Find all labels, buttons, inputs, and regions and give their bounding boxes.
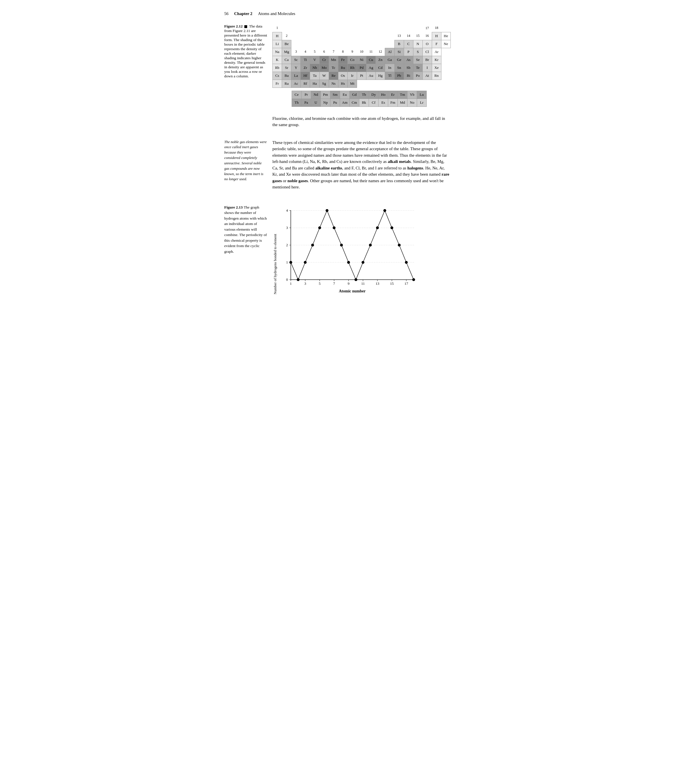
dot-N <box>333 226 335 229</box>
period-row2: Li Be B C <box>273 40 451 48</box>
element-Sc: Sc <box>291 56 301 64</box>
element-Ta: Ta <box>310 72 320 79</box>
text-paragraph1-section: Fluorine, chlorine, and bromine each com… <box>272 115 451 128</box>
grp12: 12 <box>376 48 385 56</box>
dot-Na <box>362 261 365 264</box>
figure212-label: Figure 2.12 <box>224 24 249 28</box>
element-Pt: Pt <box>357 72 366 79</box>
element-Cl: Cl <box>422 48 432 56</box>
element-Pa: Pa <box>301 99 311 107</box>
element-Fm: Fm <box>388 99 398 107</box>
element-Fe: Fe <box>338 56 348 64</box>
element-Np: Np <box>321 99 331 107</box>
element-Md: Md <box>398 99 407 107</box>
element-Mo: Mo <box>320 64 329 72</box>
ylabel-1: 1 <box>286 260 288 264</box>
element-Ru: Ru <box>338 64 348 72</box>
element-Re: Re <box>329 72 338 79</box>
period-row4: K Ca Sc Ti V Cr Mn Fe Co Ni Cu Zn Ga Ge <box>273 56 451 64</box>
grp4: 4 <box>301 48 310 56</box>
element-B: B <box>394 40 404 48</box>
element-Ho: Ho <box>379 91 388 99</box>
lanthanide-row: Ce Pr Nd Pm Sm Eu Gd Tb Dy Ho Er Tm <box>292 91 427 99</box>
element-Te: Te <box>413 64 422 72</box>
dot-Mg <box>369 244 372 246</box>
element-Be: Be <box>282 40 291 48</box>
element-Hs: Hs <box>338 79 348 87</box>
xlabel-1: 1 <box>290 282 292 286</box>
xlabel-5: 5 <box>319 282 321 286</box>
element-Zn: Zn <box>376 56 385 64</box>
element-H1: H <box>273 32 282 40</box>
element-Rn: Rn <box>432 72 441 79</box>
side-note: The noble gas elements were once called … <box>224 139 272 193</box>
dot-Ne <box>354 278 357 281</box>
element-Ar: Ar <box>432 48 441 56</box>
element-Eu: Eu <box>340 91 350 99</box>
element-Sb: Sb <box>404 64 413 72</box>
element-Ni: Ni <box>357 56 366 64</box>
dot-He <box>297 278 299 281</box>
element-Br: Br <box>422 56 432 64</box>
paragraph1: Fluorine, chlorine, and bromine each com… <box>272 115 451 128</box>
element-S: S <box>413 48 422 56</box>
element-Rb: Rb <box>273 64 282 72</box>
element-At: At <box>422 72 432 79</box>
element-Tm: Tm <box>398 91 407 99</box>
figure212-section: Figure 2.12 The data from Figure 2.11 ar… <box>224 24 451 131</box>
element-Li: Li <box>273 40 282 48</box>
element-Sr: Sr <box>282 64 291 72</box>
lanthanide-actinide-wrapper: Ce Pr Nd Pm Sm Eu Gd Tb Dy Ho Er Tm <box>272 91 451 107</box>
element-Dy: Dy <box>369 91 379 99</box>
page-header: 56 Chapter 2 Atoms and Molecules <box>224 11 451 16</box>
dot-P <box>391 226 393 229</box>
xlabel-7: 7 <box>333 282 335 286</box>
element-In: In <box>385 64 394 72</box>
periodic-table: 1 <box>272 24 451 88</box>
figure213-graph: 0 1 2 3 4 1 3 <box>272 205 451 296</box>
element-F: F <box>432 40 441 48</box>
xlabel-9: 9 <box>348 282 350 286</box>
figure213-caption-text: The graph shows the number of hydrogen a… <box>224 205 267 254</box>
noble-gases-bold: noble gases <box>287 179 308 183</box>
element-Es: Es <box>379 99 388 107</box>
x-axis-label: Atomic number <box>339 289 366 293</box>
element-Ga: Ga <box>385 56 394 64</box>
element-Tc: Tc <box>329 64 338 72</box>
grp9: 9 <box>348 48 357 56</box>
element-C: C <box>404 40 413 48</box>
element-Bk: Bk <box>359 99 369 107</box>
element-Na: Na <box>273 48 282 56</box>
page-number: 56 <box>224 11 228 16</box>
lanthanide-table: Ce Pr Nd Pm Sm Eu Gd Tb Dy Ho Er Tm <box>292 91 427 107</box>
grp7: 7 <box>329 48 338 56</box>
element-Lu: Lu <box>417 91 427 99</box>
element-Si: Si <box>394 48 404 56</box>
element-Cu: Cu <box>366 56 376 64</box>
element-Tb: Tb <box>359 91 369 99</box>
element-Bi: Bi <box>404 72 413 79</box>
xlabel-3: 3 <box>304 282 306 286</box>
element-Rf: Rf <box>301 79 310 87</box>
element-Co: Co <box>348 56 357 64</box>
element-Sn: Sn <box>394 64 404 72</box>
element-V: V <box>310 56 320 64</box>
element-Th: Th <box>292 99 301 107</box>
element-H2: H <box>432 32 441 40</box>
element-Kr: Kr <box>432 56 441 64</box>
element-N: N <box>413 40 422 48</box>
two-col-section: The noble gas elements were once called … <box>224 139 451 193</box>
element-Xe: Xe <box>432 64 441 72</box>
period-row6: Cs Ba La Hf Ta W Re Os Ir Pt Au Hg Tl Pb <box>273 72 451 79</box>
element-Sm: Sm <box>331 91 340 99</box>
element-Al: Al <box>385 48 394 56</box>
element-Nd: Nd <box>311 91 321 99</box>
element-No: No <box>407 99 417 107</box>
element-Y: Y <box>291 64 301 72</box>
element-Ti: Ti <box>301 56 310 64</box>
xlabel-17: 17 <box>405 282 408 286</box>
element-Ag: Ag <box>366 64 376 72</box>
element-Ce: Ce <box>292 91 301 99</box>
element-Nb: Nb <box>310 64 320 72</box>
chapter-title: Atoms and Molecules <box>258 11 295 16</box>
